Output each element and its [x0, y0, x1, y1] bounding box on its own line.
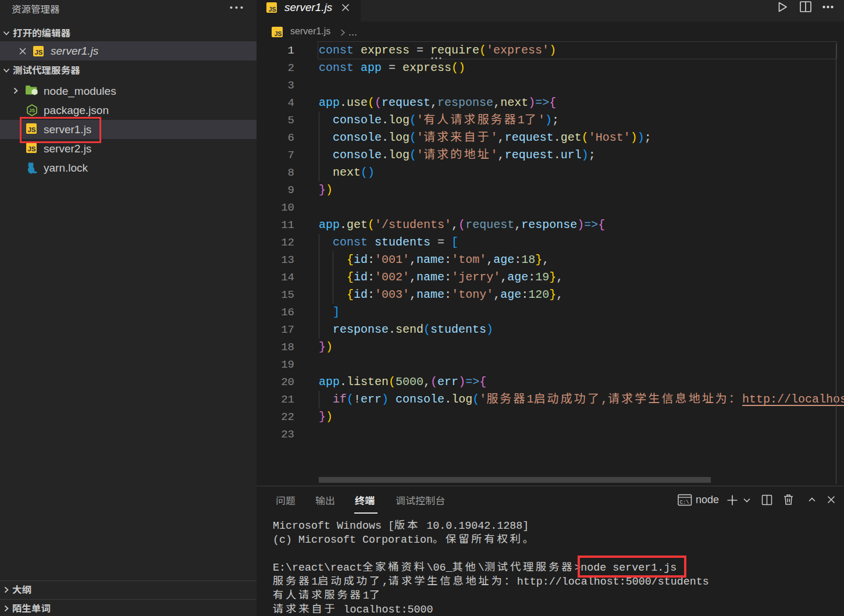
svg-text:C:\: C:\: [680, 500, 689, 505]
svg-text:JS: JS: [29, 108, 35, 113]
